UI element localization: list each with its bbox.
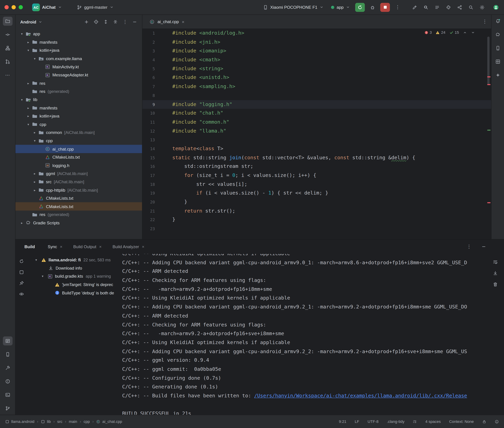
code-line[interactable]: 13 xyxy=(142,135,491,144)
next-highlight-icon[interactable] xyxy=(471,30,475,34)
more-v-button[interactable]: ⋮ xyxy=(122,18,129,25)
chevron-down-icon[interactable]: ▾ xyxy=(19,32,24,36)
settings-button[interactable] xyxy=(477,3,487,12)
version-control-button[interactable] xyxy=(3,404,12,413)
gradle-button[interactable] xyxy=(493,30,503,39)
tree-item-cpp[interactable]: ▾cpp xyxy=(16,137,142,145)
code-area[interactable]: 1#include <android/log.h>2#include <jni.… xyxy=(142,29,491,233)
tree-item-lib[interactable]: ▾lib xyxy=(16,96,142,104)
tab-sync[interactable]: Sync× xyxy=(48,244,62,249)
breadcrumb-llama-android[interactable]: llama.android xyxy=(5,419,34,424)
chevron-right-icon[interactable]: ▸ xyxy=(32,188,37,192)
code-line[interactable]: 7#include <sampling.h> xyxy=(142,82,491,91)
chevron-right-icon[interactable]: ▸ xyxy=(32,180,37,184)
previous-highlight-icon[interactable] xyxy=(463,30,467,34)
error-stripe-mark[interactable] xyxy=(487,84,491,85)
code-line[interactable]: 2#include <jni.h> xyxy=(142,38,491,47)
device-manager-button[interactable] xyxy=(493,44,503,53)
tree-item-mainactivity-kt[interactable]: KMainActivity.kt xyxy=(16,63,142,71)
chevron-right-icon[interactable]: ▸ xyxy=(19,221,24,225)
tree-item-com-example-llama[interactable]: ▾com.example.llama xyxy=(16,54,142,63)
expand-all-button[interactable] xyxy=(102,18,109,25)
breadcrumb-src[interactable]: src xyxy=(57,419,62,424)
code-line[interactable]: 23 xyxy=(142,224,491,233)
editor-options-icon[interactable]: ⋮ xyxy=(482,19,487,24)
build-tree-item[interactable]: ▾Kbuild.gradle.ktsapp 1 warning xyxy=(28,272,124,280)
error-stripe-mark[interactable] xyxy=(487,202,491,203)
list-button[interactable] xyxy=(432,3,442,12)
chevron-down-icon[interactable]: ▾ xyxy=(32,139,37,143)
chevron-down-icon[interactable]: ▾ xyxy=(19,98,24,102)
code-line[interactable]: 17 for (size_t i = 0; i < values.size();… xyxy=(142,171,491,180)
add-button[interactable]: + xyxy=(83,18,90,25)
tree-item-gradle-scripts[interactable]: ▸Gradle Scripts xyxy=(16,219,142,227)
inspections-widget[interactable]: 3 24 15 xyxy=(424,30,475,35)
clear-button[interactable] xyxy=(492,281,499,288)
tree-item-src[interactable]: ▸src[AiChat.lib.main] xyxy=(16,178,142,186)
search-button[interactable] xyxy=(466,3,476,12)
close-tab-icon[interactable]: × xyxy=(99,244,102,249)
code-line[interactable]: 20 } xyxy=(142,198,491,207)
filter-button[interactable] xyxy=(18,269,25,276)
change-stripe-mark[interactable] xyxy=(487,130,491,131)
chevron-right-icon[interactable]: ▸ xyxy=(32,172,37,176)
soft-wrap-button[interactable] xyxy=(492,258,499,265)
more-actions-button[interactable]: ⋮ xyxy=(393,3,402,12)
commit-button[interactable] xyxy=(3,30,12,39)
tree-item-res[interactable]: res(generated) xyxy=(16,87,142,96)
code-line[interactable]: 19 if (i < values.size() - 1) { str << d… xyxy=(142,189,491,198)
chevron-down-icon[interactable] xyxy=(38,20,42,24)
close-tab-icon[interactable]: × xyxy=(182,19,184,24)
hide-button[interactable]: − xyxy=(131,18,138,25)
locate-button[interactable] xyxy=(93,18,100,25)
scroll-to-end-button[interactable] xyxy=(492,270,499,277)
tree-item-kotlin-java[interactable]: ▾kotlin+java xyxy=(16,46,142,54)
code-line[interactable]: 10#include "chat.h" xyxy=(142,109,491,118)
chevron-down-icon[interactable]: ▾ xyxy=(42,275,46,278)
project-selector[interactable]: AC AiChat xyxy=(30,2,64,12)
build-tree-item[interactable]: ▾llama.android: fi22 sec, 583 ms xyxy=(28,256,124,264)
tree-item-cmakelists-txt[interactable]: CMakeLists.txt xyxy=(16,202,142,211)
code-line[interactable]: 15static std::string join(const std::vec… xyxy=(142,153,491,162)
close-window-button[interactable] xyxy=(4,5,9,9)
device-selector[interactable]: Xiaomi POCOPHONE F1 xyxy=(260,4,326,11)
passed-badge[interactable]: 15 xyxy=(449,30,459,35)
warnings-badge[interactable]: 24 xyxy=(436,30,445,35)
tree-item-manifests[interactable]: ▸manifests xyxy=(16,38,142,46)
terminal-button[interactable] xyxy=(3,390,12,399)
stop-button[interactable] xyxy=(380,3,390,12)
tree-item-messageadapter-kt[interactable]: KMessageAdapter.kt xyxy=(16,71,142,79)
breadcrumb-cpp[interactable]: cpp xyxy=(84,419,90,424)
code-line[interactable]: 16 std::ostringstream str; xyxy=(142,162,491,171)
chevron-right-icon[interactable]: ▸ xyxy=(26,41,31,44)
code-line[interactable]: 11#include "common.h" xyxy=(142,118,491,127)
layout-inspector-button[interactable] xyxy=(493,57,503,66)
tree-item-app[interactable]: ▾app xyxy=(16,30,142,38)
code-line[interactable]: 18 str << values[i]; xyxy=(142,180,491,189)
indentation-widget[interactable]: 4 spaces xyxy=(425,419,441,424)
tree-item-logging-h[interactable]: Hlogging.h xyxy=(16,161,142,170)
close-tab-icon[interactable]: × xyxy=(142,244,144,249)
tree-item-cpp-httplib[interactable]: ▸cpp-httplib[AiChat.lib.main] xyxy=(16,186,142,194)
breadcrumb-ai-chat-cpp[interactable]: Cai_chat.cpp xyxy=(96,419,122,424)
tree-item-cmakelists-txt[interactable]: CMakeLists.txt xyxy=(16,194,142,202)
caret-position-widget[interactable]: 9:21 xyxy=(339,419,346,424)
code-line[interactable]: 21 return str.str(); xyxy=(142,207,491,216)
plugins-button[interactable] xyxy=(444,3,453,12)
code-line[interactable]: 4#include <cmath> xyxy=(142,56,491,64)
run-button[interactable] xyxy=(355,3,365,12)
code-line[interactable]: 8 xyxy=(142,91,491,100)
chevron-right-icon[interactable]: ▸ xyxy=(26,106,31,110)
code-line[interactable]: 9#include "logging.h" xyxy=(142,100,491,109)
project-view-selector[interactable]: Android xyxy=(20,19,36,24)
editor-scrollbar[interactable] xyxy=(487,37,490,85)
project-button[interactable] xyxy=(3,16,12,25)
code-line[interactable]: 12#include "llama.h" xyxy=(142,127,491,136)
context-widget[interactable]: Context: None xyxy=(449,419,474,424)
tree-item-cpp[interactable]: ▾cpp xyxy=(16,120,142,128)
code-line[interactable]: 22} xyxy=(142,216,491,224)
tree-item-kotlin-java[interactable]: ▸kotlin+java xyxy=(16,112,142,120)
debug-button[interactable] xyxy=(368,3,377,12)
errors-badge[interactable]: 3 xyxy=(424,30,432,35)
chevron-down-icon[interactable]: ▾ xyxy=(26,123,31,126)
